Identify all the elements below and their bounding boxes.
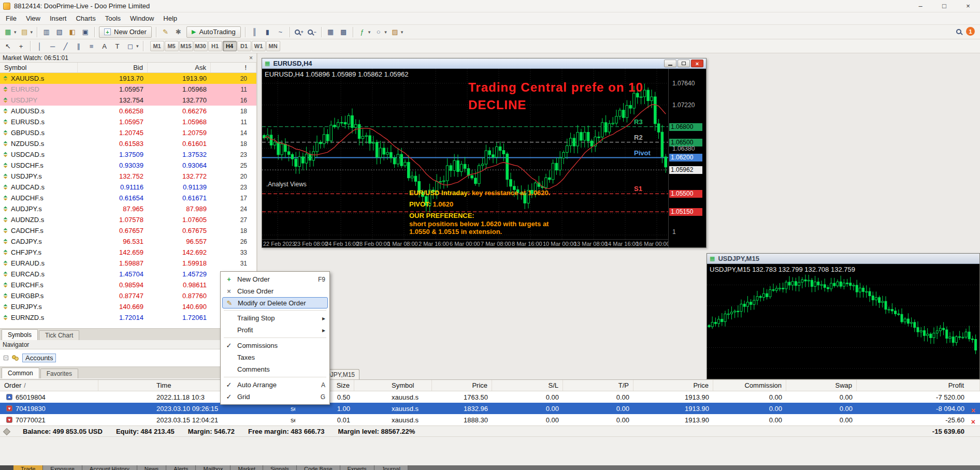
chart-window-titlebar[interactable]: ▦ USDJPY,M15 — [707, 254, 979, 264]
timeframe-mn[interactable]: MN — [266, 41, 280, 51]
close-position-button[interactable]: × — [971, 405, 975, 413]
chevron-down-icon[interactable]: ▾ — [136, 43, 139, 49]
window-maximize-button[interactable]: □ — [932, 0, 956, 12]
shapes-icon[interactable]: ◻ — [124, 40, 136, 52]
terminal-tab-experts[interactable]: Experts — [340, 465, 374, 470]
timeframe-d1[interactable]: D1 — [237, 41, 251, 51]
terminal-tab-trade[interactable]: Trade — [13, 465, 43, 470]
navigator-item-accounts[interactable]: Accounts — [22, 354, 56, 362]
templates-icon[interactable]: ▨ — [389, 26, 401, 38]
market-watch-row[interactable]: AUDCAD.s0.911160.9113923 — [0, 182, 256, 193]
price-chart[interactable]: R3R2PivotS1 EURUSD,H4 1.05896 1.05989 1.… — [262, 69, 668, 239]
market-watch-row[interactable]: EURAUD.s1.598871.5991831 — [0, 258, 256, 269]
line-chart-icon[interactable]: ~ — [275, 26, 286, 38]
horizontal-line-icon[interactable]: ─ — [47, 40, 59, 52]
market-watch-row[interactable]: EURUSD1.059571.0596811 — [0, 84, 256, 95]
new-order-button[interactable]: + New Order — [99, 26, 152, 38]
market-watch-row[interactable]: AUDNZD.s1.075781.0760527 — [0, 214, 256, 225]
navigator-header[interactable]: Navigator — [0, 340, 256, 349]
tab-symbols[interactable]: Symbols — [2, 329, 38, 340]
channel-icon[interactable]: ∥ — [73, 40, 84, 52]
timeframe-m30[interactable]: M30 — [194, 41, 208, 51]
market-watch-row[interactable]: GBPUSD.s1.207451.2075914 — [0, 127, 256, 138]
timeframe-h4[interactable]: H4 — [223, 41, 237, 51]
market-watch-row[interactable]: EURCAD.s1.457041.4572925 — [0, 269, 256, 280]
context-item-comments[interactable]: Comments — [222, 363, 328, 375]
market-watch-row[interactable]: EURUSD.s1.059571.0596811 — [0, 116, 256, 127]
notification-badge[interactable]: 1 — [966, 27, 975, 36]
chevron-down-icon[interactable]: ▾ — [384, 30, 387, 35]
context-item-profit[interactable]: Profit▸ — [222, 324, 328, 336]
window-minimize-button[interactable]: – — [909, 0, 932, 12]
terminal-tab-journal[interactable]: Journal — [374, 465, 408, 470]
chart-minimize-icon[interactable] — [664, 60, 676, 67]
market-watch-row[interactable]: EURCHF.s0.985940.98611 — [0, 280, 256, 290]
market-watch-row[interactable]: NZDUSD.s0.615830.6160118 — [0, 138, 256, 149]
search-icon[interactable] — [956, 29, 961, 34]
terminal-tab-alerts[interactable]: Alerts — [166, 465, 196, 470]
indicators-icon[interactable]: ƒ — [356, 26, 368, 38]
chart-window-usdjpy[interactable]: ▦ USDJPY,M15 USDJPY,M15 132.783 132.799 … — [707, 253, 980, 379]
terminal-tab-mailbox[interactable]: Mailbox — [196, 465, 230, 470]
vertical-line-icon[interactable]: │ — [34, 40, 46, 52]
market-watch-icon[interactable]: ▥ — [40, 26, 52, 38]
market-watch-header[interactable]: Market Watch: 06:51:01 × — [0, 53, 256, 63]
trendline-icon[interactable]: ╱ — [60, 40, 71, 52]
bar-chart-icon[interactable]: ║ — [249, 26, 261, 38]
terminal-tab-exposure[interactable]: Exposure — [43, 465, 82, 470]
text-icon[interactable]: A — [98, 40, 110, 52]
market-watch-row[interactable]: CADCHF.s0.676570.6767518 — [0, 225, 256, 236]
column-header-bid[interactable]: Bid — [78, 63, 148, 72]
data-window-icon[interactable]: ▧ — [53, 26, 65, 38]
terminal-tab-account-history[interactable]: Account History — [82, 465, 137, 470]
timeframe-h1[interactable]: H1 — [208, 41, 222, 51]
column-header-time[interactable]: Time — [98, 380, 230, 391]
market-watch-row[interactable]: USDJPY.s132.752132.77220 — [0, 171, 256, 182]
column-header-symbol[interactable]: Symbol — [0, 63, 78, 72]
menu-window[interactable]: Window — [125, 13, 158, 24]
menu-insert[interactable]: Insert — [45, 13, 71, 24]
candlestick-chart-icon[interactable]: ▮ — [262, 26, 273, 38]
tab-favorites[interactable]: Favorites — [40, 369, 78, 378]
column-header-t-p[interactable]: T/P — [563, 380, 633, 391]
market-watch-row[interactable]: USDJPY132.754132.77016 — [0, 95, 256, 106]
menu-view[interactable]: View — [21, 13, 45, 24]
order-row[interactable]: 650198042022.11.18 10:3sell0.50xauusd.s1… — [0, 391, 980, 403]
metaeditor-icon[interactable]: ✎ — [160, 26, 171, 38]
tree-collapse-icon[interactable]: − — [4, 356, 8, 360]
navigator-icon[interactable]: ◧ — [66, 26, 78, 38]
column-header-ask[interactable]: Ask — [148, 63, 211, 72]
close-icon[interactable]: × — [248, 54, 254, 62]
column-header-commission[interactable]: Commission — [713, 380, 786, 391]
market-watch-row[interactable]: AUDJPY.s87.96587.98924 — [0, 203, 256, 214]
market-watch-row[interactable]: EURGBP.s0.877470.87760 — [0, 290, 256, 301]
market-watch-row[interactable]: EURJPY.s140.669140.690 — [0, 301, 256, 312]
text-label-icon[interactable]: T — [111, 40, 123, 52]
terminal-tab-signals[interactable]: Signals — [263, 465, 297, 470]
window-close-button[interactable]: × — [956, 0, 980, 12]
column-header-order[interactable]: Order/ — [0, 380, 98, 391]
tab-common[interactable]: Common — [2, 368, 39, 378]
tile-windows-icon[interactable]: ▦ — [325, 26, 337, 38]
price-chart[interactable]: USDJPY,M15 132.783 132.799 132.708 132.7… — [707, 264, 979, 379]
market-watch-row[interactable]: AUDUSD.s0.662580.6627618 — [0, 106, 256, 116]
column-header-swap[interactable]: Swap — [786, 380, 857, 391]
profiles-icon[interactable]: ▤ — [19, 26, 31, 38]
cascade-windows-icon[interactable]: ▩ — [338, 26, 350, 38]
terminal-tab-market[interactable]: Market — [230, 465, 263, 470]
market-watch-row[interactable]: AUDCHF.s0.616540.6167117 — [0, 193, 256, 203]
terminal-icon[interactable]: ▣ — [79, 26, 91, 38]
titlebar[interactable]: 8812414: DooPrime-Live - Doo Prime Limit… — [0, 0, 980, 12]
context-item-grid[interactable]: ✓GridG — [222, 391, 328, 403]
context-item-commissions[interactable]: ✓Commissions — [222, 340, 328, 351]
periods-icon[interactable]: ○ — [372, 26, 384, 38]
market-watch-row[interactable]: CADJPY.s96.53196.55726 — [0, 236, 256, 247]
market-watch-row[interactable]: USDCHF.s0.930390.9306425 — [0, 160, 256, 171]
column-header-spread[interactable]: ! — [211, 63, 256, 72]
context-item-close-order[interactable]: ×Close Order — [222, 285, 328, 297]
chevron-down-icon[interactable]: ▾ — [14, 30, 17, 35]
cursor-icon[interactable]: ↖ — [2, 40, 14, 52]
chart-window-titlebar[interactable]: ▦ EURUSD,H4 × — [262, 58, 706, 69]
market-watch-row[interactable]: CHFJPY.s142.659142.69233 — [0, 247, 256, 258]
zoom-out-icon[interactable]: − — [306, 26, 318, 38]
